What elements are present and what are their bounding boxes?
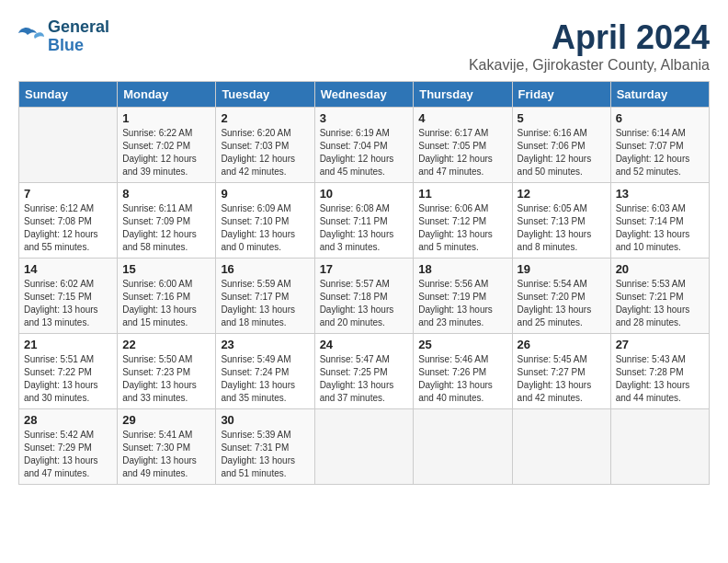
day-info: Sunrise: 5:43 AM Sunset: 7:28 PM Dayligh… <box>616 353 704 405</box>
day-info: Sunrise: 6:05 AM Sunset: 7:13 PM Dayligh… <box>518 202 606 254</box>
calendar-cell <box>314 409 414 485</box>
calendar-cell: 1Sunrise: 6:22 AM Sunset: 7:02 PM Daylig… <box>118 108 216 183</box>
calendar-cell: 27Sunrise: 5:43 AM Sunset: 7:28 PM Dayli… <box>610 334 709 409</box>
title-section: April 2024 Kakavije, Gjirokaster County,… <box>469 18 710 74</box>
weekday-header: Saturday <box>610 82 709 108</box>
day-info: Sunrise: 6:20 AM Sunset: 7:03 PM Dayligh… <box>221 127 309 178</box>
day-number: 9 <box>221 187 309 201</box>
day-number: 20 <box>616 262 704 276</box>
weekday-header: Sunday <box>19 82 118 108</box>
calendar-cell: 11Sunrise: 6:06 AM Sunset: 7:12 PM Dayli… <box>414 183 512 259</box>
day-info: Sunrise: 5:57 AM Sunset: 7:18 PM Dayligh… <box>320 278 409 329</box>
day-info: Sunrise: 5:50 AM Sunset: 7:23 PM Dayligh… <box>122 353 210 405</box>
day-number: 12 <box>518 187 606 201</box>
calendar-cell <box>610 409 709 485</box>
calendar-cell: 22Sunrise: 5:50 AM Sunset: 7:23 PM Dayli… <box>118 334 216 409</box>
day-info: Sunrise: 6:00 AM Sunset: 7:16 PM Dayligh… <box>122 278 210 329</box>
calendar-cell: 7Sunrise: 6:12 AM Sunset: 7:08 PM Daylig… <box>19 183 118 259</box>
day-info: Sunrise: 5:59 AM Sunset: 7:17 PM Dayligh… <box>221 278 309 329</box>
calendar-cell: 18Sunrise: 5:56 AM Sunset: 7:19 PM Dayli… <box>414 259 512 334</box>
day-number: 22 <box>122 338 210 351</box>
day-info: Sunrise: 5:51 AM Sunset: 7:22 PM Dayligh… <box>24 353 112 405</box>
day-number: 27 <box>616 338 704 351</box>
weekday-header: Tuesday <box>216 82 314 108</box>
day-info: Sunrise: 5:42 AM Sunset: 7:29 PM Dayligh… <box>24 429 112 480</box>
calendar-cell: 10Sunrise: 6:08 AM Sunset: 7:11 PM Dayli… <box>314 183 414 259</box>
calendar-cell <box>414 409 512 485</box>
calendar-cell: 12Sunrise: 6:05 AM Sunset: 7:13 PM Dayli… <box>512 183 610 259</box>
calendar-header: SundayMondayTuesdayWednesdayThursdayFrid… <box>19 82 710 108</box>
day-info: Sunrise: 5:53 AM Sunset: 7:21 PM Dayligh… <box>616 278 704 329</box>
calendar-cell: 14Sunrise: 6:02 AM Sunset: 7:15 PM Dayli… <box>19 259 118 334</box>
calendar-cell <box>512 409 610 485</box>
day-info: Sunrise: 6:11 AM Sunset: 7:09 PM Dayligh… <box>122 202 210 254</box>
day-number: 8 <box>122 187 210 201</box>
day-number: 5 <box>518 111 606 125</box>
day-info: Sunrise: 6:22 AM Sunset: 7:02 PM Dayligh… <box>122 127 210 178</box>
day-info: Sunrise: 6:03 AM Sunset: 7:14 PM Dayligh… <box>616 202 704 254</box>
calendar-cell: 21Sunrise: 5:51 AM Sunset: 7:22 PM Dayli… <box>19 334 118 409</box>
calendar-week-row: 1Sunrise: 6:22 AM Sunset: 7:02 PM Daylig… <box>19 108 710 183</box>
day-number: 15 <box>122 262 210 276</box>
calendar-cell: 3Sunrise: 6:19 AM Sunset: 7:04 PM Daylig… <box>314 108 414 183</box>
calendar-cell: 20Sunrise: 5:53 AM Sunset: 7:21 PM Dayli… <box>610 259 709 334</box>
calendar-cell <box>19 108 118 183</box>
calendar-week-row: 14Sunrise: 6:02 AM Sunset: 7:15 PM Dayli… <box>19 259 710 334</box>
day-info: Sunrise: 5:41 AM Sunset: 7:30 PM Dayligh… <box>122 429 210 480</box>
calendar-cell: 5Sunrise: 6:16 AM Sunset: 7:06 PM Daylig… <box>512 108 610 183</box>
calendar-cell: 29Sunrise: 5:41 AM Sunset: 7:30 PM Dayli… <box>118 409 216 485</box>
calendar-cell: 15Sunrise: 6:00 AM Sunset: 7:16 PM Dayli… <box>118 259 216 334</box>
header-row: SundayMondayTuesdayWednesdayThursdayFrid… <box>19 82 710 108</box>
day-info: Sunrise: 6:08 AM Sunset: 7:11 PM Dayligh… <box>320 202 409 254</box>
day-number: 29 <box>122 413 210 427</box>
weekday-header: Wednesday <box>314 82 414 108</box>
day-number: 21 <box>24 338 112 351</box>
page-header: General Blue April 2024 Kakavije, Gjirok… <box>18 18 710 74</box>
day-info: Sunrise: 5:54 AM Sunset: 7:20 PM Dayligh… <box>518 278 606 329</box>
day-number: 4 <box>418 111 506 125</box>
day-number: 17 <box>320 262 409 276</box>
calendar-week-row: 28Sunrise: 5:42 AM Sunset: 7:29 PM Dayli… <box>19 409 710 485</box>
day-number: 6 <box>616 111 704 125</box>
calendar-cell: 28Sunrise: 5:42 AM Sunset: 7:29 PM Dayli… <box>19 409 118 485</box>
calendar-cell: 2Sunrise: 6:20 AM Sunset: 7:03 PM Daylig… <box>216 108 314 183</box>
day-number: 1 <box>122 111 210 125</box>
day-info: Sunrise: 5:56 AM Sunset: 7:19 PM Dayligh… <box>418 278 506 329</box>
day-info: Sunrise: 6:12 AM Sunset: 7:08 PM Dayligh… <box>24 202 112 254</box>
day-info: Sunrise: 6:17 AM Sunset: 7:05 PM Dayligh… <box>418 127 506 178</box>
calendar-table: SundayMondayTuesdayWednesdayThursdayFrid… <box>18 81 710 485</box>
weekday-header: Friday <box>512 82 610 108</box>
calendar-week-row: 7Sunrise: 6:12 AM Sunset: 7:08 PM Daylig… <box>19 183 710 259</box>
day-number: 23 <box>221 338 309 351</box>
day-info: Sunrise: 5:45 AM Sunset: 7:27 PM Dayligh… <box>518 353 606 405</box>
calendar-cell: 26Sunrise: 5:45 AM Sunset: 7:27 PM Dayli… <box>512 334 610 409</box>
calendar-cell: 8Sunrise: 6:11 AM Sunset: 7:09 PM Daylig… <box>118 183 216 259</box>
calendar-cell: 6Sunrise: 6:14 AM Sunset: 7:07 PM Daylig… <box>610 108 709 183</box>
day-info: Sunrise: 5:49 AM Sunset: 7:24 PM Dayligh… <box>221 353 309 405</box>
day-number: 26 <box>518 338 606 351</box>
day-info: Sunrise: 5:46 AM Sunset: 7:26 PM Dayligh… <box>418 353 506 405</box>
day-info: Sunrise: 5:47 AM Sunset: 7:25 PM Dayligh… <box>320 353 409 405</box>
day-number: 11 <box>418 187 506 201</box>
calendar-body: 1Sunrise: 6:22 AM Sunset: 7:02 PM Daylig… <box>19 108 710 485</box>
day-number: 10 <box>320 187 409 201</box>
day-number: 3 <box>320 111 409 125</box>
calendar-cell: 23Sunrise: 5:49 AM Sunset: 7:24 PM Dayli… <box>216 334 314 409</box>
day-info: Sunrise: 6:16 AM Sunset: 7:06 PM Dayligh… <box>518 127 606 178</box>
weekday-header: Monday <box>118 82 216 108</box>
calendar-cell: 16Sunrise: 5:59 AM Sunset: 7:17 PM Dayli… <box>216 259 314 334</box>
day-info: Sunrise: 6:09 AM Sunset: 7:10 PM Dayligh… <box>221 202 309 254</box>
calendar-subtitle: Kakavije, Gjirokaster County, Albania <box>469 57 710 74</box>
day-number: 16 <box>221 262 309 276</box>
calendar-cell: 25Sunrise: 5:46 AM Sunset: 7:26 PM Dayli… <box>414 334 512 409</box>
day-number: 14 <box>24 262 112 276</box>
day-number: 25 <box>418 338 506 351</box>
day-number: 2 <box>221 111 309 125</box>
logo-icon <box>18 26 44 48</box>
calendar-week-row: 21Sunrise: 5:51 AM Sunset: 7:22 PM Dayli… <box>19 334 710 409</box>
day-number: 28 <box>24 413 112 427</box>
calendar-cell: 17Sunrise: 5:57 AM Sunset: 7:18 PM Dayli… <box>314 259 414 334</box>
calendar-cell: 19Sunrise: 5:54 AM Sunset: 7:20 PM Dayli… <box>512 259 610 334</box>
calendar-cell: 9Sunrise: 6:09 AM Sunset: 7:10 PM Daylig… <box>216 183 314 259</box>
calendar-cell: 4Sunrise: 6:17 AM Sunset: 7:05 PM Daylig… <box>414 108 512 183</box>
